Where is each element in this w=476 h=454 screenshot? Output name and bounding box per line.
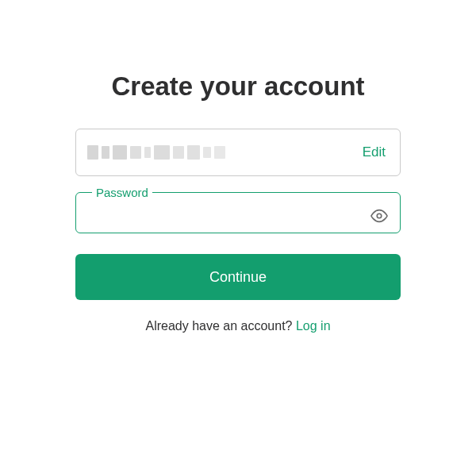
svg-point-0 xyxy=(377,214,382,218)
footer-prompt: Already have an account? xyxy=(145,319,292,333)
eye-icon[interactable] xyxy=(370,206,389,225)
signup-form: Create your account Edit Password xyxy=(75,0,401,333)
footer-text: Already have an account? Log in xyxy=(75,319,401,333)
password-label: Password xyxy=(92,186,152,199)
page-title: Create your account xyxy=(75,71,401,102)
password-fieldset: Password xyxy=(75,186,401,233)
email-display-box: Edit xyxy=(75,129,401,176)
edit-email-link[interactable]: Edit xyxy=(363,144,386,160)
continue-button[interactable]: Continue xyxy=(75,254,401,300)
login-link[interactable]: Log in xyxy=(296,319,331,333)
password-field-wrapper: Password xyxy=(75,186,401,233)
password-input[interactable] xyxy=(87,199,370,233)
email-masked-value xyxy=(87,145,225,160)
